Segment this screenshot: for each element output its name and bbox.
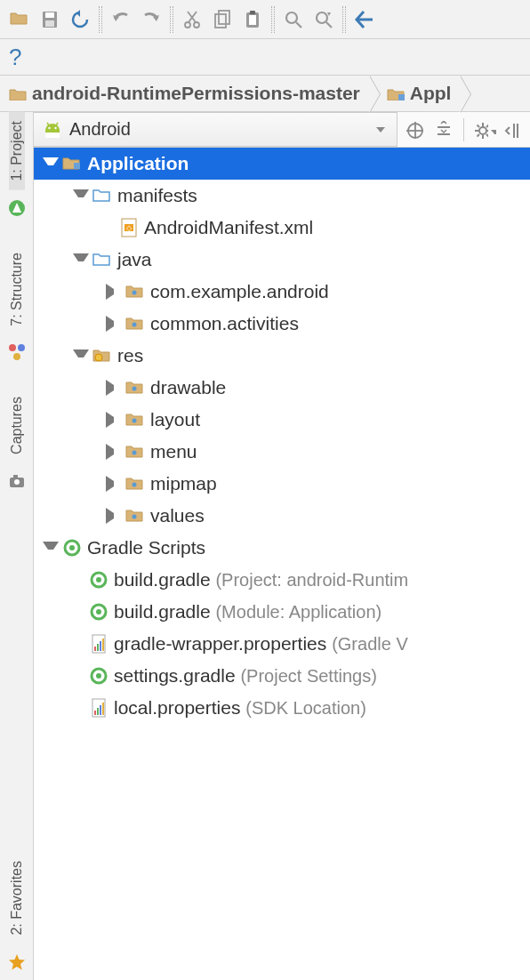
xml-file-icon [119, 218, 139, 237]
tree-node-package[interactable]: com.example.android [34, 276, 530, 308]
resource-folder-icon [125, 442, 145, 462]
tree-node-properties-file[interactable]: local.properties (SDK Location) [34, 692, 530, 724]
tree-node-gradle-scripts[interactable]: Gradle Scripts [34, 532, 530, 564]
tree-node-res-sub[interactable]: values [34, 500, 530, 532]
tab-favorites[interactable]: 2: Favorites [9, 852, 25, 944]
tree-label: res [117, 345, 143, 366]
expand-arrow-icon[interactable] [73, 253, 89, 269]
dropdown-arrow-icon [373, 123, 388, 137]
back-button[interactable] [350, 5, 379, 34]
tree-label: Application [87, 153, 189, 174]
tree-node-res-sub[interactable]: drawable [34, 372, 530, 404]
tree-node-res-sub[interactable]: layout [34, 404, 530, 436]
tree-node-res[interactable]: res [34, 340, 530, 372]
properties-file-icon [89, 698, 108, 718]
open-button[interactable] [5, 5, 34, 34]
tab-label: 7: Structure [9, 253, 25, 326]
tree-label: java [117, 249, 152, 270]
expand-arrow-icon[interactable] [106, 316, 122, 332]
tab-label: 2: Favorites [9, 861, 25, 936]
expand-arrow-icon[interactable] [106, 476, 122, 492]
toolbar-separator [342, 6, 346, 33]
left-tool-strip: 1: Project 7: Structure Captures 2: Favo… [0, 112, 34, 980]
gradle-icon [89, 602, 108, 622]
resource-folder-icon [125, 474, 145, 494]
gradle-icon [89, 666, 108, 686]
expand-arrow-icon[interactable] [106, 412, 122, 428]
settings-button[interactable] [473, 118, 496, 141]
help-icon[interactable]: ? [9, 44, 21, 71]
cut-button[interactable] [178, 5, 206, 34]
breadcrumb-item-module[interactable]: Appl [369, 76, 461, 111]
tree-hint: (Project Settings) [240, 666, 376, 687]
copy-button[interactable] [208, 5, 237, 34]
project-panel-header: Android [34, 112, 530, 148]
properties-file-icon [89, 634, 108, 654]
hide-panel-button[interactable] [502, 118, 525, 141]
tree-label: layout [150, 409, 200, 430]
replace-button[interactable] [309, 5, 338, 34]
expand-arrow-icon[interactable] [106, 284, 122, 300]
tree-node-application[interactable]: Application [34, 148, 530, 180]
expand-arrow-icon[interactable] [106, 380, 122, 396]
tree-label: drawable [150, 377, 226, 398]
folder-outline-icon [92, 186, 112, 205]
android-head-icon [43, 120, 62, 140]
tree-node-gradle-file[interactable]: build.gradle (Project: android-Runtim [34, 564, 530, 596]
project-view-selector[interactable]: Android [34, 112, 398, 147]
collapse-all-button[interactable] [431, 118, 454, 141]
help-row: ? [0, 39, 530, 75]
breadcrumb-item-root[interactable]: android-RuntimePermissions-master [0, 76, 369, 111]
camera-icon [6, 470, 28, 492]
header-separator [463, 118, 464, 141]
folder-outline-icon [92, 250, 112, 269]
tab-label: Captures [9, 397, 25, 454]
tree-label: build.gradle [114, 601, 211, 623]
undo-button[interactable] [107, 5, 135, 34]
toolbar-separator [99, 6, 102, 33]
expand-arrow-icon[interactable] [106, 508, 122, 524]
find-button[interactable] [279, 5, 308, 34]
tree-label: gradle-wrapper.properties [114, 633, 326, 655]
tab-captures[interactable]: Captures [9, 388, 25, 463]
tab-structure[interactable]: 7: Structure [9, 244, 25, 335]
expand-arrow-icon[interactable] [43, 542, 59, 558]
tree-label: common.activities [150, 313, 299, 334]
breadcrumb: android-RuntimePermissions-master Appl [0, 75, 530, 112]
expand-arrow-icon[interactable] [106, 444, 122, 460]
tree-label: menu [150, 441, 197, 462]
redo-button[interactable] [137, 5, 165, 34]
tree-label: AndroidManifest.xml [144, 217, 313, 238]
package-folder-icon [125, 314, 145, 333]
tree-node-properties-file[interactable]: gradle-wrapper.properties (Gradle V [34, 628, 530, 660]
star-icon [6, 952, 28, 973]
module-folder-icon [387, 86, 405, 100]
tree-node-manifest-file[interactable]: AndroidManifest.xml [34, 212, 530, 244]
save-button[interactable] [36, 5, 64, 34]
expand-arrow-icon[interactable] [73, 349, 89, 365]
expand-arrow-icon[interactable] [73, 189, 89, 205]
project-panel: Android Application manife [34, 112, 530, 980]
tree-node-res-sub[interactable]: mipmap [34, 468, 530, 500]
resource-folder-icon [125, 410, 145, 430]
tree-label: local.properties [114, 697, 240, 719]
tree-label: com.example.android [150, 281, 329, 302]
tree-node-gradle-file[interactable]: build.gradle (Module: Application) [34, 596, 530, 628]
project-tree[interactable]: Application manifests AndroidManifest.xm… [34, 148, 530, 980]
tree-node-res-sub[interactable]: menu [34, 436, 530, 468]
paste-button[interactable] [238, 5, 267, 34]
tab-project[interactable]: 1: Project [9, 112, 25, 190]
main-toolbar [0, 0, 530, 39]
expand-arrow-icon[interactable] [43, 157, 59, 173]
scroll-to-source-button[interactable] [403, 118, 426, 141]
sync-button[interactable] [66, 5, 94, 34]
tree-node-gradle-file[interactable]: settings.gradle (Project Settings) [34, 660, 530, 692]
breadcrumb-label: android-RuntimePermissions-master [32, 83, 360, 104]
tree-node-manifests[interactable]: manifests [34, 180, 530, 212]
breadcrumb-label: Appl [410, 83, 452, 104]
tree-label: mipmap [150, 473, 217, 494]
tree-node-package[interactable]: common.activities [34, 308, 530, 340]
resource-folder-icon [125, 506, 145, 526]
tree-label: Gradle Scripts [87, 537, 205, 558]
tree-node-java[interactable]: java [34, 244, 530, 276]
